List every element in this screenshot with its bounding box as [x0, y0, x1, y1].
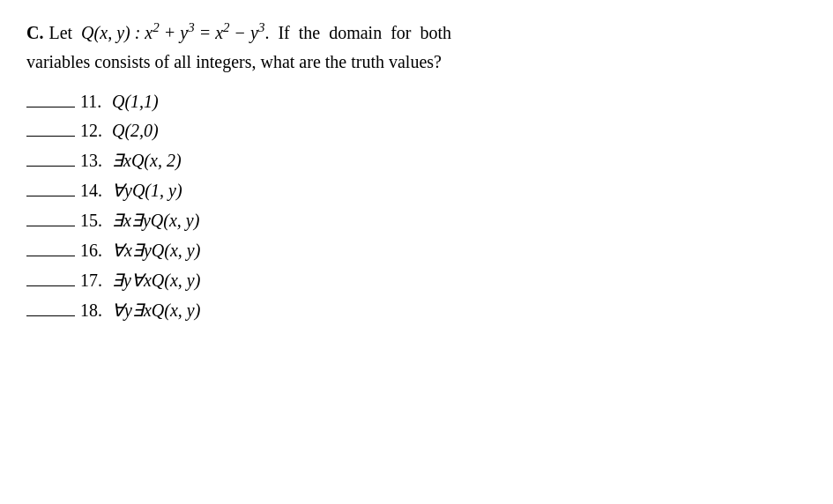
intro-line2: variables consists of all integers, what…: [26, 52, 442, 71]
question-row-18: 18. ∀y∃xQ(x, y): [26, 300, 807, 321]
section-c: C. Let Q(x, y) : x2 + y3 = x2 − y3. If t…: [26, 18, 807, 321]
question-number-14: 14.: [80, 181, 108, 201]
question-number-17: 17.: [80, 271, 108, 291]
question-number-16: 16.: [80, 241, 108, 261]
answer-blank-12: [26, 136, 75, 137]
header-line-1: C. Let Q(x, y) : x2 + y3 = x2 − y3. If t…: [26, 18, 807, 46]
answer-blank-17: [26, 285, 75, 286]
question-expr-13: ∃xQ(x, 2): [112, 150, 182, 171]
question-row-17: 17. ∃y∀xQ(x, y): [26, 270, 807, 291]
question-number-15: 15.: [80, 211, 108, 231]
question-number-11: 11.: [80, 92, 108, 112]
section-label: C.: [26, 19, 43, 46]
question-row-15: 15. ∃x∃yQ(x, y): [26, 210, 807, 231]
function-definition: Q(x, y) : x2 + y3 = x2 − y3: [81, 23, 264, 42]
answer-blank-15: [26, 226, 75, 226]
question-number-18: 18.: [80, 300, 108, 321]
question-number-13: 13.: [80, 151, 108, 171]
header-line-2: variables consists of all integers, what…: [26, 48, 807, 76]
question-row-16: 16. ∀x∃yQ(x, y): [26, 240, 807, 261]
question-expr-16: ∀x∃yQ(x, y): [112, 240, 200, 261]
question-expr-12: Q(2,0): [112, 121, 159, 141]
question-row-14: 14. ∀yQ(1, y): [26, 180, 807, 201]
question-expr-17: ∃y∀xQ(x, y): [112, 270, 200, 291]
question-expr-11: Q(1,1): [112, 92, 159, 112]
question-row-13: 13. ∃xQ(x, 2): [26, 150, 807, 171]
question-expr-18: ∀y∃xQ(x, y): [112, 300, 200, 321]
question-expr-14: ∀yQ(1, y): [112, 180, 182, 201]
answer-blank-11: [26, 107, 75, 107]
answer-blank-16: [26, 256, 75, 256]
intro-text: Let Q(x, y) : x2 + y3 = x2 − y3. If the …: [48, 18, 451, 46]
answer-blank-13: [26, 166, 75, 167]
question-number-12: 12.: [80, 121, 108, 141]
answer-blank-18: [26, 315, 75, 316]
answer-blank-14: [26, 196, 75, 196]
question-row-11: 11. Q(1,1): [26, 92, 807, 112]
question-row-12: 12. Q(2,0): [26, 121, 807, 141]
question-expr-15: ∃x∃yQ(x, y): [112, 210, 199, 231]
